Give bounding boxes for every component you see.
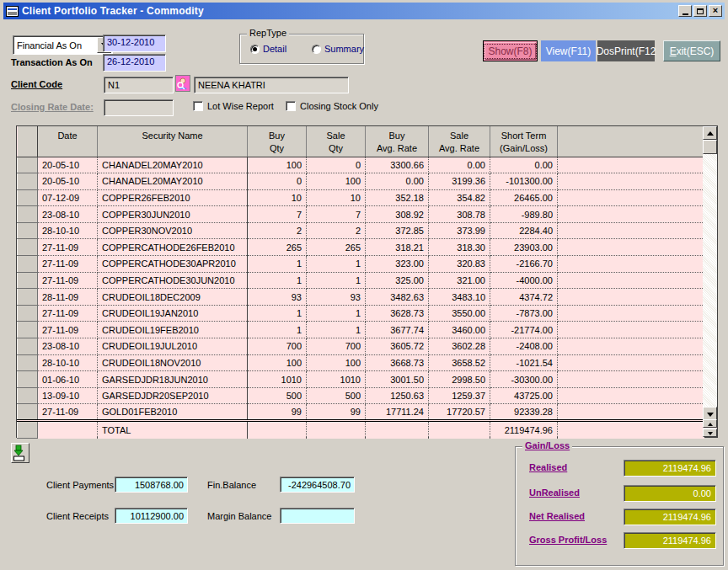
- exit-button[interactable]: Exit(ESC): [663, 40, 720, 61]
- dosprint-button[interactable]: DosPrint(F12: [597, 40, 655, 61]
- table-row[interactable]: 27-11-09GOLD01FEB2010999917711.2417720.5…: [18, 404, 704, 421]
- row-selector[interactable]: [18, 239, 38, 256]
- filler-cell: [558, 387, 704, 404]
- table-row[interactable]: 28-11-09CRUDEOIL18DEC200993933482.633483…: [18, 289, 704, 306]
- row-selector[interactable]: [18, 157, 38, 173]
- table-row[interactable]: 27-11-09COPPERCATHODE30JUN201011325.0032…: [18, 272, 704, 289]
- radio-summary-label: Summary: [324, 44, 364, 54]
- view-button[interactable]: View(F11): [541, 40, 596, 61]
- close-button[interactable]: ×: [709, 5, 722, 17]
- table-row[interactable]: 01-06-10GARSEDJDR18JUN2010101010103001.5…: [18, 371, 704, 388]
- row-selector[interactable]: [18, 222, 38, 239]
- row-selector[interactable]: [18, 189, 38, 206]
- table-row[interactable]: 28-10-10CRUDEOIL18NOV20101001003668.7336…: [18, 354, 704, 371]
- reptype-group: RepType Detail Summary: [239, 34, 364, 64]
- col-header-buy-qty[interactable]: Buy Qty: [248, 126, 307, 157]
- minimize-button[interactable]: [678, 5, 692, 17]
- scroll-up-button[interactable]: [703, 126, 717, 140]
- cell: 10: [307, 189, 366, 206]
- cell: 99: [248, 404, 307, 421]
- table-row[interactable]: 20-05-10CHANADEL20MAY201010003300.660.00…: [18, 157, 704, 173]
- window-title: Client Portfolio Tracker - Commodity: [22, 5, 204, 17]
- cell: 1: [307, 305, 366, 322]
- lot-wise-report-label: Lot Wise Report: [207, 101, 274, 111]
- client-receipts-field[interactable]: [115, 508, 188, 524]
- closing-rate-date-input: [104, 99, 174, 116]
- table-row[interactable]: 27-11-09CRUDEOIL19JAN2010113628.733550.0…: [18, 305, 704, 322]
- total-row-spinner[interactable]: [703, 419, 717, 437]
- financial-as-on-value: Financial As On: [17, 40, 82, 51]
- col-header-sale-avg-rate[interactable]: Sale Avg. Rate: [429, 126, 490, 157]
- arrow-up-icon: [707, 131, 714, 136]
- col-header-buy-avg-rate[interactable]: Buy Avg. Rate: [366, 126, 429, 157]
- export-button[interactable]: [11, 443, 29, 463]
- row-selector[interactable]: [18, 421, 38, 439]
- margin-balance-field[interactable]: [280, 508, 355, 524]
- row-selector[interactable]: [18, 371, 38, 388]
- grid-vertical-scrollbar[interactable]: [703, 126, 717, 420]
- client-search-button[interactable]: [175, 75, 190, 92]
- client-name-field: [194, 77, 349, 93]
- row-selector[interactable]: [18, 173, 38, 190]
- row-selector[interactable]: [18, 404, 38, 421]
- financial-as-on-select[interactable]: Financial As On: [13, 35, 113, 55]
- row-selector[interactable]: [18, 387, 38, 404]
- cell: 17720.57: [429, 404, 490, 421]
- col-header-security-name[interactable]: Security Name: [98, 126, 248, 157]
- table-row[interactable]: 23-08-10COPPER30JUN201077308.92308.78-98…: [18, 206, 704, 223]
- row-selector[interactable]: [18, 256, 38, 273]
- table-row[interactable]: 13-09-10GARSEDJDR20SEP20105005001250.631…: [18, 387, 704, 404]
- gross-profit-loss-value: 2119474.96: [624, 532, 716, 549]
- transaction-date-field[interactable]: 26-12-2010: [103, 54, 166, 72]
- table-row[interactable]: 07-12-09COPPER26FEB20101010352.18354.822…: [18, 189, 704, 206]
- spin-down-button[interactable]: [703, 429, 717, 437]
- row-selector[interactable]: [18, 338, 38, 355]
- table-row[interactable]: 27-11-09COPPERCATHODE30APR201011323.0032…: [18, 256, 704, 273]
- filler-cell: [558, 322, 704, 338]
- cell: 4374.72: [490, 289, 558, 306]
- col-header-date[interactable]: Date: [38, 126, 98, 157]
- scrollbar-thumb[interactable]: [703, 140, 717, 154]
- client-code-input[interactable]: [104, 77, 174, 93]
- cell: -1021.54: [490, 354, 558, 371]
- cell: 93: [307, 289, 366, 306]
- lot-wise-report-checkbox[interactable]: Lot Wise Report: [193, 101, 274, 111]
- table-row[interactable]: 23-08-10CRUDEOIL19JUL20107007003605.7236…: [18, 338, 704, 355]
- closing-stock-only-checkbox[interactable]: Closing Stock Only: [286, 101, 378, 111]
- cell: 0: [307, 157, 366, 173]
- cell: 308.78: [429, 206, 490, 223]
- row-selector[interactable]: [18, 354, 38, 371]
- col-header-short-term[interactable]: Short Term (Gain/Loss): [490, 126, 558, 157]
- cell: -21774.00: [490, 322, 558, 338]
- table-row[interactable]: 28-10-10COPPER30NOV201022372.85373.99228…: [18, 222, 704, 239]
- gainloss-panel: Gain/Loss Realised 2119474.96 UnRealised…: [515, 446, 724, 566]
- show-button[interactable]: Show(F8): [483, 40, 538, 61]
- table-row[interactable]: 27-11-09CRUDEOIL19FEB2010113677.743460.0…: [18, 322, 704, 338]
- spin-up-button[interactable]: [703, 419, 717, 428]
- cell: COPPERCATHODE30APR2010: [98, 256, 248, 273]
- row-selector-header: [18, 126, 38, 157]
- table-row[interactable]: 27-11-09COPPERCATHODE26FEB2010265265318.…: [18, 239, 704, 256]
- row-selector[interactable]: [18, 289, 38, 306]
- cell: 3482.63: [366, 289, 429, 306]
- maximize-button[interactable]: [693, 5, 707, 17]
- export-icon: [12, 444, 29, 462]
- row-selector[interactable]: [18, 322, 38, 338]
- row-selector[interactable]: [18, 206, 38, 223]
- row-selector[interactable]: [18, 305, 38, 322]
- cell: 13-09-10: [38, 387, 98, 404]
- close-icon: ×: [713, 6, 718, 15]
- cell: -2408.00: [490, 338, 558, 355]
- cell: 93: [248, 289, 307, 306]
- financial-date-field[interactable]: 30-12-2010: [103, 35, 166, 52]
- col-header-sale-qty[interactable]: Sale Qty: [307, 126, 366, 157]
- radio-summary[interactable]: Summary: [312, 44, 364, 54]
- row-selector[interactable]: [18, 272, 38, 289]
- client-payments-field[interactable]: [115, 477, 188, 493]
- checkbox-icon: [286, 101, 296, 111]
- filler-cell: [558, 272, 704, 289]
- table-row[interactable]: 20-05-10CHANADEL20MAY201001000.003199.36…: [18, 173, 704, 190]
- radio-detail[interactable]: Detail: [250, 44, 286, 54]
- scroll-down-button[interactable]: [703, 407, 717, 420]
- fin-balance-field[interactable]: [280, 477, 355, 493]
